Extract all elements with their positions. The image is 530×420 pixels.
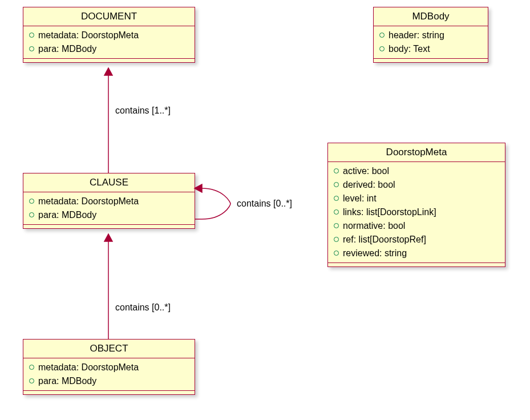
edge-document-clause	[104, 68, 112, 173]
edge-clause-object	[104, 234, 112, 339]
attr: para: MDBody	[29, 208, 189, 222]
edge-clause-self	[195, 184, 230, 219]
edge-label-clause-object: contains [0..*]	[115, 302, 171, 313]
attr: para: MDBody	[29, 42, 189, 56]
attr: ref: list[DoorstopRef]	[334, 233, 499, 247]
svg-marker-2	[104, 234, 112, 241]
attr: reviewed: string	[334, 247, 499, 260]
attr: para: MDBody	[29, 374, 189, 388]
class-object: OBJECT metadata: DoorstopMeta para: MDBo…	[23, 339, 195, 395]
class-doorstopmeta: DoorstopMeta active: bool derived: bool …	[327, 143, 505, 267]
attr: active: bool	[334, 164, 499, 178]
attr: body: Text	[379, 42, 482, 56]
svg-marker-4	[195, 184, 202, 192]
class-body: active: bool derived: bool level: int li…	[328, 162, 505, 263]
class-document: DOCUMENT metadata: DoorstopMeta para: MD…	[23, 7, 195, 63]
class-clause: CLAUSE metadata: DoorstopMeta para: MDBo…	[23, 173, 195, 229]
class-title: DOCUMENT	[23, 7, 195, 26]
class-body: metadata: DoorstopMeta para: MDBody	[23, 192, 195, 225]
attr: metadata: DoorstopMeta	[29, 361, 189, 374]
class-body: header: string body: Text	[374, 26, 488, 59]
class-body: metadata: DoorstopMeta para: MDBody	[23, 26, 195, 59]
attr: metadata: DoorstopMeta	[29, 195, 189, 208]
class-title: CLAUSE	[23, 173, 195, 192]
class-mdbody: MDBody header: string body: Text	[373, 7, 488, 63]
attr: derived: bool	[334, 178, 499, 192]
attr: normative: bool	[334, 219, 499, 233]
attr: header: string	[379, 29, 482, 42]
class-title: MDBody	[374, 7, 488, 26]
attr: level: int	[334, 192, 499, 205]
attr: links: list[DoorstopLink]	[334, 205, 499, 219]
class-title: OBJECT	[23, 340, 195, 358]
edge-label-document-clause: contains [1..*]	[115, 106, 171, 116]
edge-label-clause-self: contains [0..*]	[237, 199, 292, 209]
attr: metadata: DoorstopMeta	[29, 29, 189, 42]
svg-marker-0	[104, 68, 112, 75]
class-title: DoorstopMeta	[328, 143, 505, 162]
class-body: metadata: DoorstopMeta para: MDBody	[23, 358, 195, 391]
